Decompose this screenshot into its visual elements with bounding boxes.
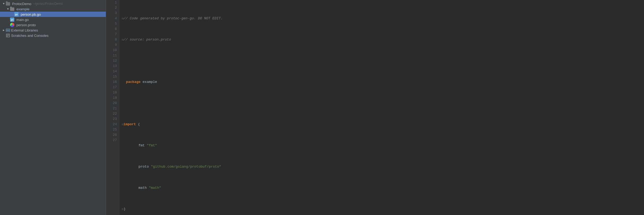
- line-num-19: 19: [106, 95, 119, 101]
- go-file-icon: go: [10, 17, 14, 22]
- lib-icon: [6, 28, 10, 32]
- scratches-label: Scratches and Consoles: [11, 34, 48, 38]
- line-num-17: 17: [106, 85, 119, 90]
- person-proto-label: person.proto: [16, 23, 36, 27]
- sidebar: ▼ ProtocDemo ~/go/src/ProtocDemo ▼ examp…: [0, 0, 106, 215]
- line-num-20: 20: [106, 101, 119, 106]
- line-num-9: 9: [106, 42, 119, 48]
- code-editor[interactable]: 1 2 3 4 5 6 7 8 9 10 11 12 13 14 15 16 1…: [106, 0, 644, 215]
- sidebar-item-main-go[interactable]: go main.go: [0, 17, 106, 22]
- code-line-4: package example: [122, 79, 644, 85]
- sidebar-item-person-pb-go[interactable]: go person.pb.go: [0, 12, 106, 17]
- no-arrow: [6, 18, 10, 21]
- line-num-24: 24: [106, 122, 119, 127]
- code-line-1: ⊟// Code generated by protoc-gen-go. DO …: [122, 16, 644, 21]
- external-lib-label: External Libraries: [11, 28, 38, 32]
- line-num-14: 14: [106, 69, 119, 74]
- root-label: ProtocDemo: [12, 2, 31, 6]
- svg-rect-2: [8, 30, 8, 31]
- svg-rect-1: [7, 30, 7, 31]
- arrow-icon: ▼: [2, 2, 5, 5]
- code-line-10: ⊟): [122, 207, 644, 212]
- svg-rect-3: [9, 30, 9, 31]
- arrow-icon: ▼: [6, 7, 10, 11]
- line-num-23: 23: [106, 117, 119, 122]
- line-num-11: 11: [106, 53, 119, 58]
- line-numbers: 1 2 3 4 5 6 7 8 9 10 11 12 13 14 15 16 1…: [106, 0, 119, 215]
- sidebar-item-scratches-consoles[interactable]: Scratches and Consoles: [0, 33, 106, 38]
- line-num-2: 2: [106, 5, 119, 11]
- line-num-7: 7: [106, 32, 119, 37]
- line-num-26: 26: [106, 132, 119, 138]
- line-num-1: 1: [106, 0, 119, 5]
- line-num-8: 8: [106, 37, 119, 42]
- sidebar-item-external-libraries[interactable]: ▶ External Libraries: [0, 28, 106, 33]
- line-num-6: 6: [106, 26, 119, 32]
- code-line-2: ⊟// source: person.proto: [122, 37, 644, 42]
- code-text[interactable]: ⊟// Code generated by protoc-gen-go. DO …: [119, 0, 644, 215]
- folder-icon: [6, 2, 10, 6]
- sidebar-item-protocdemo[interactable]: ▼ ProtocDemo ~/go/src/ProtocDemo: [0, 1, 106, 6]
- example-label: example: [16, 7, 29, 11]
- line-num-16: 16: [106, 79, 119, 85]
- code-line-5: [122, 101, 644, 106]
- arrow-icon: ▶: [2, 29, 5, 32]
- no-arrow: [11, 13, 14, 16]
- line-num-10: 10: [106, 48, 119, 53]
- line-num-5: 5: [106, 21, 119, 26]
- main-go-label: main.go: [16, 18, 29, 22]
- no-arrow: [6, 23, 10, 26]
- code-line-3: [122, 58, 644, 64]
- scratch-icon: [6, 33, 10, 38]
- line-num-13: 13: [106, 64, 119, 69]
- sidebar-item-person-proto[interactable]: person.proto: [0, 22, 106, 28]
- line-num-4: 4: [106, 16, 119, 21]
- folder-icon: [10, 7, 14, 11]
- line-num-21: 21: [106, 106, 119, 111]
- line-num-27: 27: [106, 138, 119, 143]
- no-arrow: [2, 34, 5, 37]
- line-num-12: 12: [106, 58, 119, 64]
- code-line-6: ⊟import (: [122, 122, 644, 127]
- line-num-15: 15: [106, 74, 119, 79]
- code-line-8: proto "github.com/golang/protobuf/proto": [122, 164, 644, 169]
- person-pb-go-label: person.pb.go: [21, 12, 41, 16]
- proto-file-icon: [10, 23, 14, 27]
- code-line-9: math "math": [122, 185, 644, 191]
- line-num-18: 18: [106, 90, 119, 95]
- line-num-3: 3: [106, 11, 119, 16]
- line-num-25: 25: [106, 127, 119, 132]
- sidebar-item-example[interactable]: ▼ example: [0, 6, 106, 12]
- root-path: ~/go/src/ProtocDemo: [33, 2, 63, 6]
- go-file-icon: go: [14, 12, 19, 16]
- code-line-7: fmt "fmt": [122, 143, 644, 148]
- line-num-22: 22: [106, 111, 119, 117]
